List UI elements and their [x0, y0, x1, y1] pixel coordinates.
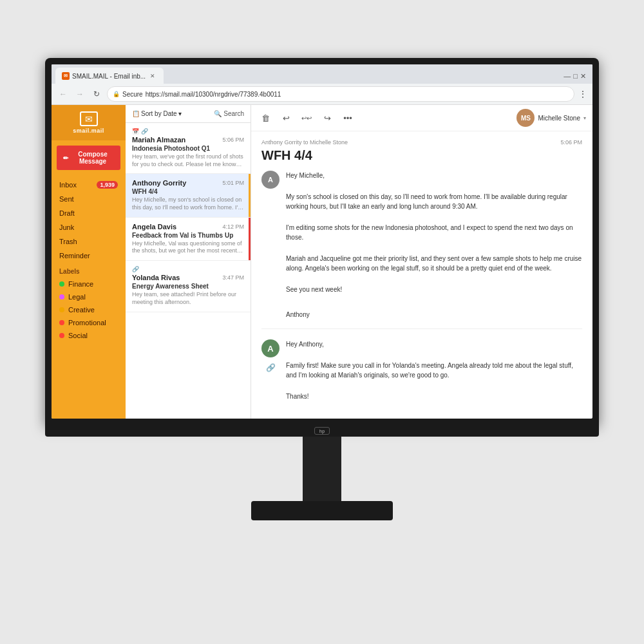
email-item-mariah[interactable]: 📅 🔗 Mariah Almazan 5:06 PM Indonesia Pho… [126, 123, 251, 174]
reply-all-button[interactable]: ↩↩ [299, 110, 314, 126]
address-bar-row: ← → ↻ 🔒 Secure https://smail.mail/10300/… [52, 84, 592, 104]
email-preview: Hey Michelle, my son's school is closed … [132, 196, 244, 211]
screen: ✉ SMAIL.MAIL - Email inb... ✕ — □ ✕ ← → … [52, 64, 592, 419]
email-time: 3:47 PM [222, 274, 244, 281]
creative-dot [59, 307, 64, 312]
email-accent-bar [249, 218, 251, 260]
message-paragraph-1: My son's school is closed on this day, s… [286, 192, 582, 211]
search-icon: 🔍 [214, 110, 222, 117]
avatar: MS [516, 109, 535, 127]
sidebar-item-sent[interactable]: Sent [52, 192, 126, 206]
delete-button[interactable]: 🗑 [258, 110, 273, 126]
label-promotional[interactable]: Promotional [52, 316, 126, 329]
attachment-icon: 🔗 [264, 361, 277, 374]
calendar-icon: 📅 [132, 128, 139, 135]
message-salutation: Hey Michelle, [286, 171, 582, 180]
message-paragraph-3: Mariah and Jacqueline got me their prior… [286, 254, 582, 273]
email-time: 4:12 PM [222, 223, 244, 230]
more-options-button[interactable]: ••• [340, 110, 355, 126]
reply-salutation: Hey Anthony, [286, 339, 582, 349]
email-sender: Anthony Gorrity [132, 179, 186, 187]
sidebar-nav: Inbox 1,939 Sent Draft Junk [52, 175, 126, 419]
monitor-bezel: ✉ SMAIL.MAIL - Email inb... ✕ — □ ✕ ← → … [45, 58, 599, 425]
email-item-header: Anthony Gorrity 5:01 PM [132, 179, 244, 187]
email-meta: Anthony Gorrity to Michelle Stone 5:06 P… [261, 139, 582, 146]
email-list: 📋 Sort by Date ▾ 🔍 Search 📅 [126, 105, 251, 419]
reply-text: Family first! Make sure you call in for … [286, 361, 582, 380]
hp-logo: hp [314, 427, 330, 435]
search-area[interactable]: 🔍 Search [214, 110, 244, 117]
close-window-button[interactable]: ✕ [580, 72, 586, 80]
hp-logo-text: hp [319, 429, 325, 433]
label-social[interactable]: Social [52, 329, 126, 342]
logo-icon: ✉ [80, 111, 98, 126]
creative-label: Creative [68, 306, 95, 314]
email-item-yolanda[interactable]: 🔗 Yolanda Rivas 3:47 PM Energy Awareness… [126, 261, 251, 312]
email-icons-row: 📅 🔗 [132, 128, 244, 135]
sidebar-item-trash[interactable]: Trash [52, 234, 126, 249]
label-finance[interactable]: Finance [52, 278, 126, 290]
reply-button[interactable]: ↩ [278, 110, 294, 126]
sidebar-sent-label: Sent [59, 195, 118, 203]
user-dropdown-icon[interactable]: ▾ [583, 115, 586, 121]
finance-label: Finance [68, 280, 93, 288]
email-preview: Hey team, we've got the first round of s… [132, 153, 244, 168]
finance-dot [59, 281, 64, 287]
message-block: A Hey Michelle, My son's school is close… [261, 171, 582, 329]
compose-button[interactable]: ✏ Compose Message [57, 146, 120, 170]
compose-icon: ✏ [63, 155, 68, 162]
email-item-angela[interactable]: Angela Davis 4:12 PM Feedback from Val i… [126, 218, 251, 261]
tab-close-button[interactable]: ✕ [148, 71, 157, 80]
sidebar: ✉ smail.mail ✏ Compose Message Inbox 1,9… [52, 105, 126, 419]
link-icon: 🔗 [132, 266, 139, 272]
browser-tab[interactable]: ✉ SMAIL.MAIL - Email inb... ✕ [55, 68, 164, 84]
legal-dot [59, 294, 64, 299]
sort-button[interactable]: 📋 Sort by Date ▾ [132, 110, 182, 117]
label-legal[interactable]: Legal [52, 290, 126, 303]
sidebar-item-reminder[interactable]: Reminder [52, 249, 126, 263]
browser-menu-button[interactable]: ⋮ [578, 89, 587, 99]
email-item-anthony[interactable]: Anthony Gorrity 5:01 PM WFH 4/4 Hey Mich… [126, 174, 251, 217]
browser-chrome: ✉ SMAIL.MAIL - Email inb... ✕ — □ ✕ ← → … [52, 64, 592, 105]
sidebar-item-junk[interactable]: Junk [52, 220, 126, 234]
forward-button[interactable]: → [73, 88, 86, 100]
sidebar-item-draft[interactable]: Draft [52, 206, 126, 220]
maximize-button[interactable]: □ [573, 72, 578, 80]
refresh-button[interactable]: ↻ [90, 88, 103, 100]
promotional-dot [59, 320, 64, 325]
detail-content: Anthony Gorrity to Michelle Stone 5:06 P… [251, 131, 592, 419]
monitor-base [251, 501, 393, 520]
reply-sender-avatar: A [261, 339, 279, 357]
sort-chevron-icon: ▾ [178, 110, 182, 117]
forward-button[interactable]: ↪ [319, 110, 335, 126]
monitor-bottom-bezel: hp [45, 425, 599, 437]
sidebar-item-inbox[interactable]: Inbox 1,939 [52, 178, 126, 192]
user-section: MS Michelle Stone ▾ [516, 109, 586, 127]
reply-closing: Thanks! [286, 392, 582, 401]
social-label: Social [68, 332, 88, 339]
email-from: Anthony Gorrity to Michelle Stone [261, 139, 348, 146]
tab-title: SMAIL.MAIL - Email inb... [72, 73, 146, 80]
message-paragraph-4: See you next week! [286, 285, 582, 294]
email-item-header: Yolanda Rivas 3:47 PM [132, 274, 244, 281]
url-text: https://smail.mail/10300/nrgdrive/77389.… [146, 91, 281, 98]
email-time: 5:06 PM [560, 139, 582, 146]
app-layout: ✉ smail.mail ✏ Compose Message Inbox 1,9… [52, 105, 592, 419]
address-bar[interactable]: 🔒 Secure https://smail.mail/10300/nrgdri… [107, 86, 574, 102]
sidebar-trash-label: Trash [59, 238, 118, 245]
compose-label: Compose Message [71, 151, 114, 165]
message-body: Hey Michelle, My son's school is closed … [286, 171, 582, 318]
email-subject: Indonesia Photoshoot Q1 [132, 145, 244, 152]
label-creative[interactable]: Creative [52, 303, 126, 316]
email-detail: 🗑 ↩ ↩↩ ↪ ••• MS Michelle Stone ▾ [251, 105, 592, 419]
email-sender: Yolanda Rivas [132, 274, 180, 281]
user-name: Michelle Stone [538, 115, 580, 122]
email-subject: Energy Awareness Sheet [132, 283, 244, 290]
back-button[interactable]: ← [57, 88, 70, 100]
sender-avatar: A [261, 171, 279, 189]
labels-section-title: Labels [52, 263, 126, 278]
email-item-header: Mariah Almazan 5:06 PM [132, 136, 244, 144]
sidebar-reminder-label: Reminder [59, 252, 118, 260]
message-signature: Anthony [286, 311, 582, 318]
minimize-button[interactable]: — [564, 72, 571, 80]
